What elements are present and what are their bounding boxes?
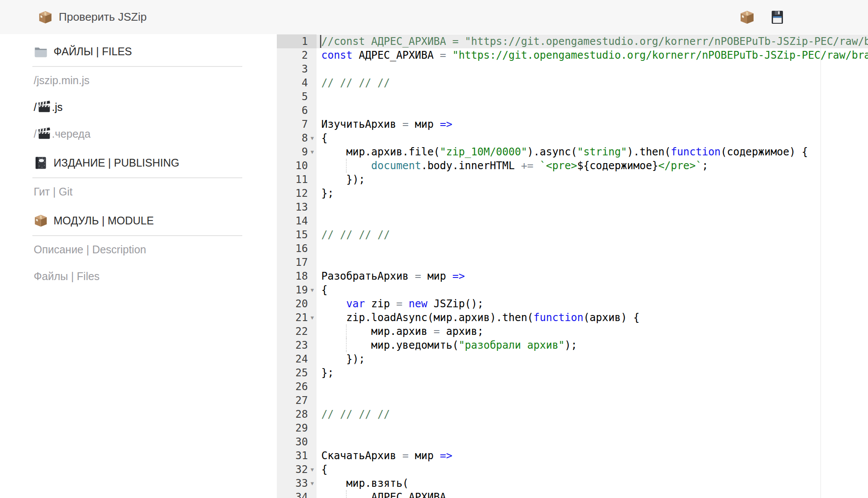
code-token: </pre>` [658, 160, 702, 172]
code-token: zip.loadAsync(мир.архив).then( [321, 312, 533, 324]
gutter-row: 1 [277, 35, 317, 48]
code-token: `<pre> [540, 160, 577, 172]
code-line[interactable]: }); [317, 352, 868, 366]
header-bar: Проверить JSZip [0, 0, 868, 34]
code-line[interactable]: ИзучитьАрхив = мир => [317, 117, 868, 131]
gutter-row: 30 [277, 435, 317, 449]
sidebar-item[interactable]: Гит | Git [0, 178, 277, 205]
code-line[interactable] [317, 255, 868, 269]
code-token: }; [321, 187, 334, 199]
fold-spacer [308, 435, 317, 449]
code-line[interactable]: { [317, 131, 868, 145]
fold-spacer [308, 449, 317, 463]
code-line[interactable] [317, 421, 868, 435]
package-icon[interactable] [739, 9, 755, 25]
code-line[interactable] [317, 214, 868, 228]
code-line[interactable]: var zip = new JSZip(); [317, 297, 868, 311]
code-token: = [415, 270, 421, 282]
code-line[interactable]: СкачатьАрхив = мир => [317, 449, 868, 463]
code-line[interactable]: РазобратьАрхив = мир => [317, 269, 868, 283]
code-line[interactable]: document.body.innerHTML += `<pre>${содер… [317, 159, 868, 173]
code-line[interactable]: { [317, 283, 868, 297]
code-line[interactable]: }; [317, 366, 868, 380]
fold-toggle-icon[interactable]: ▾ [308, 463, 317, 476]
code-token: += [521, 160, 533, 172]
line-number: 33 [277, 476, 308, 490]
code-line[interactable] [317, 90, 868, 104]
code-line[interactable] [317, 242, 868, 255]
fold-toggle-icon[interactable]: ▾ [308, 145, 317, 159]
code-token: => [452, 270, 465, 282]
code-token: var [346, 298, 365, 310]
line-number: 1 [277, 35, 308, 48]
line-number: 12 [277, 186, 308, 200]
code-token: мир [421, 270, 452, 282]
text-cursor [320, 35, 321, 48]
code-line[interactable] [317, 394, 868, 407]
code-token: архив; [440, 325, 484, 337]
code-pane[interactable]: //const АДРЕС_АРХИВА = "https://git.open… [317, 34, 868, 498]
fold-spacer [308, 62, 317, 76]
fold-toggle-icon[interactable]: ▾ [308, 476, 317, 490]
code-editor[interactable]: 12345678▾9▾10111213141516171819▾2021▾222… [277, 34, 868, 498]
gutter-row: 23 [277, 338, 317, 352]
code-line[interactable] [317, 62, 868, 76]
code-line[interactable]: мир.архив = архив; [317, 325, 868, 338]
line-number: 29 [277, 421, 308, 435]
code-line[interactable]: }; [317, 186, 868, 200]
fold-toggle-icon[interactable]: ▾ [308, 283, 317, 297]
fold-spacer [308, 90, 317, 104]
code-line[interactable]: АДРЕС_АРХИВА [317, 490, 868, 498]
gutter-row: 8▾ [277, 131, 317, 145]
sidebar-item[interactable]: /jszip.min.js [0, 67, 277, 94]
code-line[interactable]: // // // // [317, 76, 868, 90]
code-line[interactable] [317, 380, 868, 394]
folder-icon [34, 44, 48, 59]
sidebar-section-title: ФАЙЛЫ | FILES [54, 45, 132, 58]
code-line[interactable]: const АДРЕС_АРХИВА = "https://git.openga… [317, 48, 868, 62]
line-number: 34 [277, 490, 308, 498]
sidebar-item[interactable]: /.череда [0, 120, 277, 147]
line-number: 2 [277, 48, 308, 62]
fold-toggle-icon[interactable]: ▾ [308, 311, 317, 325]
code-token: "разобрали архив" [459, 339, 565, 351]
code-line[interactable]: // // // // [317, 407, 868, 421]
line-number: 19 [277, 283, 308, 297]
sidebar-item[interactable]: /.js [0, 94, 277, 120]
code-token [321, 298, 346, 310]
code-token: ).async( [527, 146, 577, 158]
code-token: "string" [577, 146, 627, 158]
code-line[interactable]: // // // // [317, 228, 868, 242]
code-token: мир.архив [321, 325, 434, 337]
code-line[interactable] [317, 104, 868, 117]
floppy-icon[interactable] [770, 9, 785, 25]
sidebar-section-title: ИЗДАНИЕ | PUBLISHING [54, 157, 179, 169]
fold-spacer [308, 104, 317, 117]
code-line[interactable] [317, 435, 868, 449]
fold-spacer [308, 48, 317, 62]
app-window: Проверить JSZip ФАЙЛЫ | FILES/jszip.min.… [0, 0, 868, 498]
code-line[interactable]: { [317, 463, 868, 476]
fold-toggle-icon[interactable]: ▾ [308, 131, 317, 145]
code-line[interactable]: }); [317, 173, 868, 186]
code-line[interactable]: //const АДРЕС_АРХИВА = "https://git.open… [317, 35, 868, 48]
gutter-row: 9▾ [277, 145, 317, 159]
code-token: { [321, 463, 327, 476]
gutter-row: 13 [277, 200, 317, 214]
code-line[interactable]: zip.loadAsync(мир.архив).then(function(а… [317, 311, 868, 325]
line-number: 17 [277, 255, 308, 269]
sidebar-section-header: ИЗДАНИЕ | PUBLISHING [0, 151, 277, 175]
fold-spacer [308, 269, 317, 283]
code-line[interactable]: мир.архив.file("zip_10M/0000").async("st… [317, 145, 868, 159]
sidebar-item[interactable]: Файлы | Files [0, 263, 277, 290]
gutter-row: 31 [277, 449, 317, 463]
page-title: Проверить JSZip [59, 10, 147, 24]
gutter-row: 3 [277, 62, 317, 76]
code-line[interactable] [317, 200, 868, 214]
code-line[interactable]: мир.взять( [317, 476, 868, 490]
line-number: 16 [277, 242, 308, 255]
code-line[interactable]: мир.уведомить("разобрали архив"); [317, 338, 868, 352]
package-icon [38, 10, 53, 25]
fold-spacer [308, 35, 317, 48]
sidebar-item[interactable]: Описание | Description [0, 236, 277, 263]
